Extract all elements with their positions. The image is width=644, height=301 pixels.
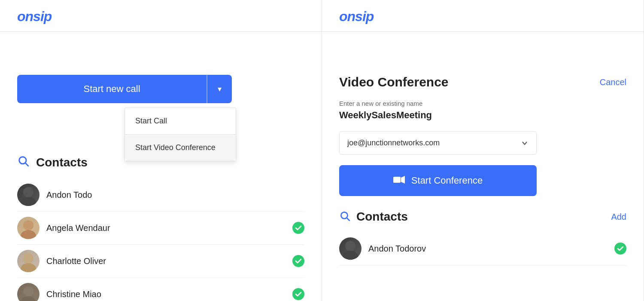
svg-point-15 bbox=[343, 251, 358, 260]
left-contacts-title: Contacts bbox=[36, 156, 88, 169]
start-conference-button[interactable]: Start Conference bbox=[339, 165, 537, 196]
right-contacts-left: Contacts bbox=[339, 210, 408, 224]
conference-title: Video Conference bbox=[339, 75, 449, 89]
right-divider bbox=[322, 31, 644, 32]
split-button-container: Start new call ▾ Start Call Start Video … bbox=[17, 75, 304, 103]
avatar-angela bbox=[17, 217, 39, 239]
right-contacts-title: Contacts bbox=[356, 210, 408, 224]
svg-point-2 bbox=[23, 187, 33, 197]
right-avatar-andon bbox=[339, 237, 361, 260]
svg-point-8 bbox=[23, 286, 33, 297]
contact-item-2: Angela Wendaur bbox=[17, 212, 304, 245]
right-logo: onsip bbox=[339, 0, 626, 31]
status-badge-3 bbox=[292, 255, 304, 267]
contact-item-1: Andon Todo bbox=[17, 178, 304, 212]
right-panel-content: Video Conference Cancel Enter a new or e… bbox=[339, 75, 626, 265]
svg-point-7 bbox=[21, 263, 36, 272]
contact-name-4: Christine Miao bbox=[46, 289, 286, 299]
right-contact-item-1: Andon Todorov bbox=[339, 232, 626, 265]
avatar-christine bbox=[17, 283, 39, 301]
right-contact-name-1: Andon Todorov bbox=[368, 244, 608, 254]
start-conference-label: Start Conference bbox=[411, 175, 483, 186]
svg-point-9 bbox=[21, 296, 36, 301]
left-contact-list: Andon Todo Angela Wendaur Charlotte O bbox=[17, 178, 304, 301]
left-logo: onsip bbox=[17, 0, 304, 31]
split-button: Start new call ▾ bbox=[17, 75, 232, 103]
svg-point-6 bbox=[23, 253, 33, 264]
svg-point-4 bbox=[23, 220, 33, 230]
left-search-icon[interactable] bbox=[17, 155, 29, 170]
status-badge-2 bbox=[292, 222, 304, 234]
conference-header: Video Conference Cancel bbox=[339, 75, 626, 89]
contact-item-3: Charlotte Oliver bbox=[17, 245, 304, 278]
right-contact-list: Andon Todorov bbox=[339, 232, 626, 265]
contact-name-2: Angela Wendaur bbox=[46, 223, 286, 233]
status-badge-4 bbox=[292, 288, 304, 300]
cancel-button[interactable]: Cancel bbox=[600, 77, 626, 87]
dropdown-menu: Start Call Start Video Conference bbox=[125, 108, 236, 161]
svg-line-13 bbox=[347, 218, 349, 221]
start-call-option[interactable]: Start Call bbox=[125, 108, 236, 135]
conference-name-value: WeeklySalesMeeting bbox=[339, 110, 626, 121]
start-new-call-button[interactable]: Start new call bbox=[17, 75, 207, 103]
left-divider bbox=[0, 31, 322, 32]
dropdown-chevron-icon bbox=[521, 139, 529, 147]
svg-point-14 bbox=[345, 241, 355, 251]
chevron-down-icon: ▾ bbox=[218, 85, 222, 93]
video-camera-icon bbox=[393, 175, 405, 187]
svg-point-3 bbox=[21, 197, 36, 206]
avatar-andon bbox=[17, 184, 39, 206]
right-contacts-header: Contacts Add bbox=[339, 210, 626, 224]
left-panel: onsip Start new call ▾ Start Call Start … bbox=[0, 0, 322, 301]
svg-line-1 bbox=[25, 163, 28, 166]
svg-marker-11 bbox=[401, 176, 405, 184]
email-value: joe@junctionnetworks.com bbox=[347, 138, 440, 147]
add-button[interactable]: Add bbox=[611, 212, 626, 222]
contact-name-1: Andon Todo bbox=[46, 190, 304, 200]
svg-point-5 bbox=[21, 230, 36, 239]
right-status-badge-1 bbox=[614, 243, 626, 255]
contact-item-4: Christine Miao bbox=[17, 278, 304, 301]
svg-rect-10 bbox=[393, 177, 401, 183]
avatar-charlotte bbox=[17, 250, 39, 272]
start-video-conference-option[interactable]: Start Video Conference bbox=[125, 135, 236, 161]
split-button-dropdown-arrow[interactable]: ▾ bbox=[207, 75, 232, 103]
contact-name-3: Charlotte Oliver bbox=[46, 256, 286, 266]
right-search-icon[interactable] bbox=[339, 210, 350, 223]
name-field-label: Enter a new or existing name bbox=[339, 100, 626, 107]
right-panel: onsip Video Conference Cancel Enter a ne… bbox=[322, 0, 644, 301]
email-dropdown[interactable]: joe@junctionnetworks.com bbox=[339, 131, 537, 155]
